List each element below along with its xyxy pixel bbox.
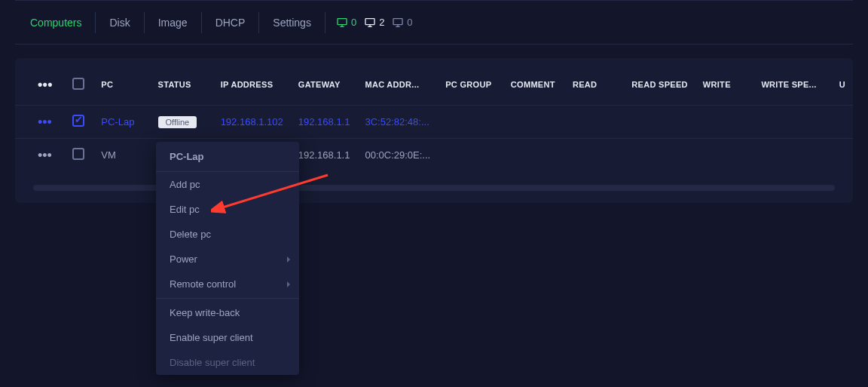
ctx-item-enable-super-client[interactable]: Enable super client [156,325,299,350]
row-actions-icon[interactable]: ••• [33,148,57,163]
table-row[interactable]: ••• PC-Lap Offline 192.168.1.102 192.168… [15,106,853,139]
nav-dhcp[interactable]: DHCP [202,12,260,33]
cell-pcname: PC-Lap [93,106,150,139]
nav-image[interactable]: Image [145,12,202,33]
monitor-icon [392,17,404,29]
context-menu: PC-Lap Add pc Edit pc Delete pc Power Re… [156,142,299,375]
row-checkbox[interactable] [72,148,84,160]
status-badge: Offline [158,116,197,128]
ctx-item-keep-writeback[interactable]: Keep write-back [156,300,299,325]
nav-computers[interactable]: Computers [30,12,96,33]
ctx-item-delete-pc[interactable]: Delete pc [156,222,299,247]
top-nav: Computers Disk Image DHCP Settings 0 2 0 [15,1,853,45]
col-header-pcgroup[interactable]: PC GROUP [438,64,503,106]
cell-gateway: 192.168.1.1 [291,139,358,172]
cell-ip: 192.168.1.102 [213,106,291,139]
row-actions-icon[interactable]: ••• [33,115,57,130]
monitor-count-offline[interactable]: 0 [392,17,412,29]
table-row[interactable]: ••• VM 192.168.1.1 00:0C:29:0E:... [15,139,853,172]
col-header-pc[interactable]: PC [93,64,150,106]
cell-gateway: 192.168.1.1 [291,106,358,139]
col-header-last[interactable]: U [832,64,853,106]
select-all-checkbox[interactable] [72,78,84,90]
monitor-icon [364,17,376,29]
ctx-item-disable-super-client: Disable super client [156,350,299,375]
col-header-read[interactable]: READ [565,64,624,106]
col-header-comment[interactable]: COMMENT [503,64,565,106]
cell-mac: 3C:52:82:48:... [357,106,438,139]
header-actions-icon[interactable]: ••• [33,77,57,92]
col-header-ip[interactable]: IP ADDRESS [213,64,291,106]
svg-rect-3 [365,18,374,24]
svg-rect-6 [393,18,402,24]
ctx-item-remote-control[interactable]: Remote control [156,272,299,296]
col-header-status[interactable]: STATUS [151,64,213,106]
horizontal-scrollbar[interactable] [33,185,835,191]
svg-rect-0 [338,18,347,24]
monitor-count-online[interactable]: 0 [336,17,356,29]
ctx-item-edit-pc[interactable]: Edit pc [156,197,299,222]
ctx-item-add-pc[interactable]: Add pc [156,172,299,197]
row-checkbox[interactable] [72,115,84,127]
col-header-gateway[interactable]: GATEWAY [291,64,358,106]
computers-table: ••• PC STATUS IP ADDRESS GATEWAY MAC ADD… [15,64,853,171]
col-header-write[interactable]: WRITE [695,64,754,106]
col-header-writespeed[interactable]: WRITE SPE... [753,64,831,106]
computers-panel: ••• PC STATUS IP ADDRESS GATEWAY MAC ADD… [15,58,853,203]
ctx-item-power[interactable]: Power [156,247,299,272]
monitor-count-total[interactable]: 2 [364,17,384,29]
nav-disk[interactable]: Disk [96,12,144,33]
nav-settings[interactable]: Settings [259,12,326,33]
cell-pcname: VM [93,139,150,172]
col-header-mac[interactable]: MAC ADDR... [357,64,438,106]
col-header-readspeed[interactable]: READ SPEED [624,64,695,106]
context-menu-title: PC-Lap [156,142,299,172]
cell-mac: 00:0C:29:0E:... [357,139,438,172]
monitor-icon [336,17,348,29]
